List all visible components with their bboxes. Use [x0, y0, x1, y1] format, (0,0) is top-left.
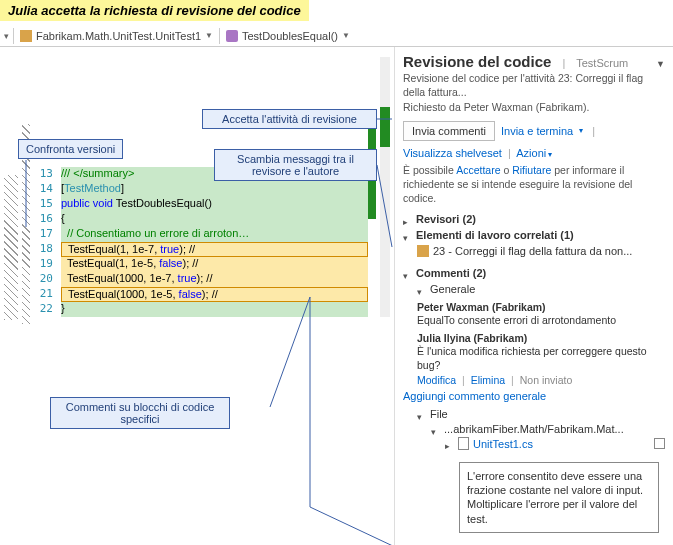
file-icon: [458, 437, 469, 450]
review-description: Revisione del codice per l'attività 23: …: [403, 72, 665, 99]
comments-header[interactable]: Commenti (2): [403, 265, 665, 281]
edit-comment-link[interactable]: Modifica: [417, 374, 456, 386]
file-row[interactable]: UnitTest1.cs: [445, 436, 665, 451]
editor-pane: 13 14 15 16 17 18 19 20 21 22 /// </summ…: [0, 47, 395, 545]
callout-compare: Confronta versioni: [18, 139, 123, 159]
comment-1: Peter Waxman (Fabrikam) EqualTo consente…: [417, 301, 665, 328]
send-and-finish-link[interactable]: Invia e termina: [501, 125, 573, 137]
diff-margin-left: [4, 175, 18, 320]
delete-comment-link[interactable]: Elimina: [471, 374, 505, 386]
work-item-icon: [417, 245, 429, 257]
tab-bar: ▾ Fabrikam.Math.UnitTest.UnitTest1 ▼ Tes…: [0, 25, 673, 47]
tab-file-label: Fabrikam.Math.UnitTest.UnitTest1: [36, 30, 201, 42]
comment-2: Julia Ilyina (Fabrikam) È l'unica modifi…: [417, 332, 665, 386]
panel-menu-icon[interactable]: ▼: [656, 59, 665, 69]
send-comments-button[interactable]: Invia commenti: [403, 121, 495, 141]
callout-exchange: Scambia messaggi tra il revisore e l'aut…: [214, 149, 377, 181]
comment-author: Julia Ilyina (Fabrikam): [417, 332, 665, 344]
minimap[interactable]: [380, 57, 390, 317]
send-finish-dropdown[interactable]: [579, 126, 583, 135]
add-general-comment-link[interactable]: Aggiungi commento generale: [403, 390, 546, 402]
expand-icon[interactable]: [403, 215, 412, 224]
file-link[interactable]: UnitTest1.cs: [473, 438, 533, 450]
reviewers-header[interactable]: Revisori (2): [403, 211, 665, 227]
expand-icon[interactable]: [445, 439, 454, 448]
class-icon: [20, 30, 32, 42]
review-requester: Richiesto da Peter Waxman (Fabrikam).: [403, 101, 665, 115]
unsent-label: Non inviato: [520, 374, 573, 386]
tab-file[interactable]: Fabrikam.Math.UnitTest.UnitTest1 ▼: [14, 25, 219, 47]
comment-text: EqualTo consente errori di arrotondament…: [417, 314, 665, 328]
callout-comments: Commenti su blocchi di codice specifici: [50, 397, 230, 429]
method-icon: [226, 30, 238, 42]
chevron-down-icon[interactable]: ▼: [205, 31, 213, 40]
related-items-header[interactable]: Elementi di lavoro correlati (1): [403, 227, 665, 243]
project-name: TestScrum: [576, 57, 628, 69]
collapse-icon[interactable]: [403, 269, 412, 278]
tab-method[interactable]: TestDoublesEqual() ▼: [220, 25, 356, 47]
line-gutter: 13 14 15 16 17 18 19 20 21 22: [33, 167, 57, 317]
callout-accept: Accetta l'attività di revisione: [202, 109, 377, 129]
collapse-icon[interactable]: [417, 410, 426, 419]
collapse-icon[interactable]: [431, 425, 440, 434]
comment-text: È l'unica modifica richiesta per corregg…: [417, 345, 665, 372]
tab-method-label: TestDoublesEqual(): [242, 30, 338, 42]
panel-title: Revisione del codice: [403, 53, 551, 70]
actions-dropdown[interactable]: Azioni: [516, 147, 552, 159]
file-checkbox[interactable]: [654, 438, 665, 449]
collapse-icon[interactable]: [403, 231, 412, 240]
collapse-icon[interactable]: [417, 285, 426, 294]
view-shelveset-link[interactable]: Visualizza shelveset: [403, 147, 502, 159]
accept-link[interactable]: Accettare: [456, 164, 500, 176]
code-editor[interactable]: /// </summary> [TestMethod] public void …: [61, 167, 368, 317]
general-comments-header[interactable]: Generale: [417, 281, 665, 297]
code-review-panel: Revisione del codice | TestScrum ▼ Revis…: [395, 47, 673, 545]
code-comment-tooltip: L'errore consentito deve essere una fraz…: [459, 462, 659, 533]
accept-decline-info: È possibile Accettare o Rifiutare per in…: [403, 163, 665, 206]
file-section-header[interactable]: File: [417, 406, 665, 422]
folder-row[interactable]: ...abrikamFiber.Math/Fabrikam.Mat...: [431, 422, 665, 436]
minimap-marker: [380, 107, 390, 147]
comment-author: Peter Waxman (Fabrikam): [417, 301, 665, 313]
work-item-row[interactable]: 23 - Correggi il flag della fattura da n…: [417, 243, 665, 259]
decline-link[interactable]: Rifiutare: [512, 164, 551, 176]
page-banner: Julia accetta la richiesta di revisione …: [0, 0, 309, 21]
chevron-down-icon[interactable]: ▼: [342, 31, 350, 40]
nav-back-icon[interactable]: ▾: [0, 31, 13, 41]
